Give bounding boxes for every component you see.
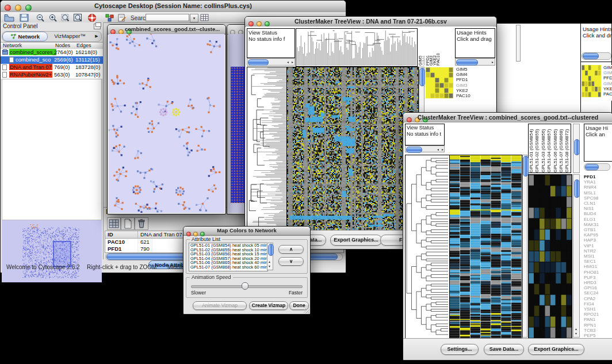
column-nodes[interactable]: Nodes bbox=[55, 43, 70, 48]
scroll-down-arrow[interactable]: ▾ bbox=[269, 264, 270, 269]
network-tree-area[interactable] bbox=[2, 79, 102, 220]
heatmap-vscrollbar[interactable] bbox=[522, 155, 527, 338]
gene-label[interactable]: YRA1 bbox=[584, 179, 612, 185]
main-titlebar[interactable]: Cytoscape Desktop (Session Name: collins… bbox=[1, 1, 346, 13]
gene-label[interactable]: HRD3 bbox=[584, 280, 612, 285]
column-label[interactable]: GPL51-07 (GSM868) bbox=[559, 124, 564, 173]
zoom-matrix-canvas[interactable] bbox=[582, 65, 601, 97]
search-input[interactable] bbox=[146, 14, 189, 21]
network-table-row[interactable]: combined_sco2569(6)13112(15) bbox=[1, 56, 103, 64]
column-label[interactable]: GPL51-02 (GSM855) bbox=[534, 124, 540, 173]
vscroll-thumb[interactable] bbox=[523, 156, 529, 177]
gene-label[interactable]: RNR4 bbox=[584, 185, 612, 190]
gene-label[interactable]: YKE2 bbox=[603, 86, 612, 91]
scroll-right-arrow[interactable]: ▸ bbox=[292, 60, 293, 65]
network-canvas[interactable] bbox=[109, 34, 224, 213]
zoom-vscrollbar[interactable]: ▴ ▾ bbox=[573, 174, 580, 338]
select-attributes-icon[interactable] bbox=[107, 217, 121, 230]
network-table-row[interactable]: RNAPuberNov2+563(0)107847(0) bbox=[1, 71, 103, 79]
gene-label[interactable]: GIM4 bbox=[603, 70, 612, 75]
gene-label[interactable]: MSI1 bbox=[584, 254, 612, 259]
move-down-button[interactable]: ∨ bbox=[278, 257, 304, 266]
gene-label[interactable]: ELG1 bbox=[584, 217, 612, 222]
hscroll-thumb[interactable] bbox=[456, 59, 478, 66]
vscroll-thumb[interactable] bbox=[574, 179, 580, 198]
gene-label[interactable]: PAC10 bbox=[603, 91, 612, 97]
vscroll-thumb[interactable] bbox=[574, 139, 580, 155]
animate-vizmap-button[interactable]: Animate Vizmap bbox=[193, 301, 247, 310]
scroll-left-arrow[interactable]: ◂ bbox=[287, 60, 289, 65]
view-status-hscrollbar[interactable]: ◂ ▸ bbox=[247, 58, 295, 66]
gene-label[interactable]: PEP5 bbox=[584, 333, 612, 338]
gene-label[interactable]: GTB1 bbox=[584, 227, 612, 232]
gene-label[interactable]: PFD1 bbox=[456, 77, 491, 82]
attribute-table-icon[interactable] bbox=[200, 13, 210, 22]
gene-label[interactable]: PAN1 bbox=[584, 317, 612, 322]
network-table-row[interactable]: combined_scores_2764(0)16218(0) bbox=[1, 49, 103, 56]
column-edges[interactable]: Edges bbox=[76, 43, 91, 48]
vscroll-thumb[interactable] bbox=[268, 244, 274, 256]
column-label[interactable]: GPL51-06 (GSM865) bbox=[553, 124, 559, 173]
gene-label[interactable]: FIG4 bbox=[584, 301, 612, 306]
move-up-button[interactable]: ∧ bbox=[278, 245, 304, 254]
tab-vizmapper[interactable]: VizMapper™ bbox=[48, 32, 92, 41]
hscroll-thumb[interactable] bbox=[406, 147, 422, 153]
treeview2-titlebar[interactable]: ClusterMaker TreeView : combined_scores_… bbox=[403, 113, 612, 123]
zoom-out-icon[interactable] bbox=[35, 13, 45, 22]
gene-label[interactable]: PFD1 bbox=[584, 174, 612, 179]
export-graphics-button[interactable]: Export Graphics... bbox=[330, 235, 382, 246]
annotation-icon[interactable] bbox=[117, 13, 127, 22]
gene-label[interactable]: NIS1 bbox=[584, 206, 612, 211]
gene-label[interactable]: NTR2 bbox=[584, 248, 612, 254]
attribute-list-vscrollbar[interactable]: ▴ ▾ bbox=[267, 243, 273, 270]
gene-label[interactable]: CPA2 bbox=[584, 296, 612, 301]
usage-hscrollbar[interactable]: ▸ bbox=[455, 58, 495, 66]
network-table-row[interactable]: DNA and Tran 07769(0)183728(0) bbox=[1, 64, 103, 71]
zoom-in-icon[interactable] bbox=[48, 13, 58, 22]
scroll-down-arrow[interactable]: ▾ bbox=[575, 331, 577, 336]
create-attribute-icon[interactable] bbox=[121, 217, 135, 230]
gene-label[interactable]: PHO81 bbox=[584, 270, 612, 275]
gene-label[interactable]: RPO21 bbox=[584, 312, 612, 317]
settings-button[interactable]: Settings... bbox=[441, 344, 479, 355]
gene-label[interactable]: GIM5 bbox=[456, 67, 491, 72]
gene-label[interactable]: RPN1 bbox=[584, 323, 612, 328]
global-heatmap-canvas[interactable] bbox=[449, 155, 522, 339]
gene-label[interactable]: HAP3 bbox=[584, 237, 612, 243]
more-tabs-button[interactable]: ▶ bbox=[92, 32, 101, 41]
help-icon[interactable] bbox=[87, 13, 97, 22]
gene-label[interactable]: SEC1 bbox=[584, 259, 612, 264]
global-heatmap-canvas[interactable] bbox=[286, 67, 419, 232]
hscroll-thumb[interactable] bbox=[248, 59, 269, 66]
gene-label[interactable]: CLN1 bbox=[584, 201, 612, 206]
gene-label[interactable]: GIM4 bbox=[456, 72, 491, 77]
column-label[interactable]: GIM4 bbox=[422, 28, 425, 66]
zoom-selected-icon[interactable] bbox=[60, 13, 71, 22]
gene-label[interactable]: GIM3 bbox=[603, 81, 612, 86]
gene-label[interactable]: YKE2 bbox=[456, 88, 491, 93]
save-icon[interactable] bbox=[19, 13, 29, 22]
gene-label[interactable]: GPI16 bbox=[584, 285, 612, 290]
save-data-button[interactable]: Save Data... bbox=[484, 344, 524, 355]
hscroll-thumb[interactable] bbox=[585, 164, 599, 170]
export-graphics-button[interactable]: Export Graphics... bbox=[528, 344, 584, 355]
row-dendrogram-canvas[interactable] bbox=[247, 67, 287, 232]
gene-label[interactable]: GIM3 bbox=[456, 83, 491, 88]
gene-label[interactable]: SPC98 bbox=[584, 196, 612, 201]
hscroll-thumb[interactable] bbox=[583, 53, 599, 59]
gene-label[interactable]: PUF3 bbox=[584, 275, 612, 280]
gene-label[interactable]: PAC10 bbox=[456, 93, 491, 98]
zoom-heatmap-canvas[interactable] bbox=[528, 174, 572, 339]
search-dropdown-button[interactable]: ▾ bbox=[190, 14, 198, 22]
scroll-left-arrow[interactable]: ◂ bbox=[437, 147, 439, 152]
network-view-titlebar[interactable]: combined_scores_good.txt--cluste... bbox=[108, 25, 225, 35]
id-column-header[interactable]: ID bbox=[105, 231, 138, 238]
column-label[interactable]: GPL51-04 (GSM857) bbox=[546, 124, 552, 173]
column-network[interactable]: Network bbox=[3, 43, 22, 48]
vscrollbar[interactable] bbox=[516, 25, 521, 62]
scroll-right-arrow[interactable]: ▸ bbox=[442, 147, 443, 152]
vizmapper-icon[interactable] bbox=[105, 13, 115, 22]
column-dendrogram-area[interactable] bbox=[447, 124, 527, 155]
gene-label[interactable]: MSL1 bbox=[584, 190, 612, 196]
gene-label[interactable]: TCB3 bbox=[584, 328, 612, 333]
